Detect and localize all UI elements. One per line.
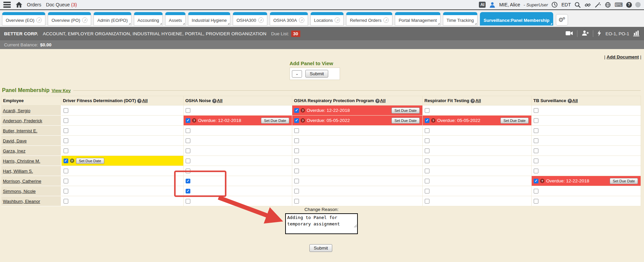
membership-checkbox[interactable]	[534, 148, 538, 153]
membership-checkbox[interactable]: ✓	[186, 118, 190, 123]
membership-checkbox[interactable]	[425, 108, 429, 113]
employee-link[interactable]: Anderson, Frederick	[3, 118, 42, 123]
membership-checkbox[interactable]	[425, 199, 429, 204]
employee-link[interactable]: Harris, Christine M.	[3, 159, 40, 164]
company-name[interactable]: BETTER CORP.	[4, 31, 38, 36]
membership-checkbox[interactable]	[64, 199, 68, 204]
hamburger-menu-icon[interactable]	[3, 2, 11, 8]
search-icon[interactable]	[574, 1, 581, 8]
membership-checkbox[interactable]	[425, 189, 429, 193]
membership-checkbox[interactable]	[425, 128, 429, 133]
add-panel-submit-button[interactable]: Submit	[305, 70, 328, 78]
help-icon[interactable]: ?	[431, 118, 435, 123]
video-camera-icon[interactable]	[566, 31, 573, 37]
membership-checkbox[interactable]	[64, 179, 68, 183]
status-dot[interactable]	[635, 2, 641, 7]
employee-link[interactable]: Morrison, Catherine	[3, 179, 41, 184]
membership-checkbox[interactable]	[534, 108, 538, 113]
help-icon[interactable]: ?	[192, 118, 196, 123]
help-icon[interactable]: ?	[568, 99, 572, 103]
membership-checkbox[interactable]	[294, 189, 299, 193]
menu-item-orders[interactable]: Orders	[27, 2, 41, 7]
membership-checkbox[interactable]	[64, 148, 68, 153]
membership-checkbox[interactable]	[425, 138, 429, 143]
membership-checkbox[interactable]	[64, 189, 68, 193]
tab-surveillance-panel-membership[interactable]: Surveillance:Panel Membership	[480, 12, 553, 26]
employee-link[interactable]: Acardi, Sergio	[3, 108, 31, 113]
membership-checkbox[interactable]	[294, 138, 299, 143]
membership-checkbox[interactable]	[294, 179, 299, 183]
membership-checkbox[interactable]	[186, 199, 190, 204]
membership-checkbox[interactable]	[186, 138, 190, 143]
tab-osha300[interactable]: OSHA300↗	[233, 12, 267, 26]
employee-link[interactable]: Simmons, Nicole	[3, 189, 36, 194]
membership-checkbox[interactable]	[186, 108, 190, 113]
membership-checkbox[interactable]: ✓	[294, 108, 299, 113]
tab-admin-eo-po[interactable]: Admin (EO/PO)	[93, 12, 131, 26]
keyboard-icon[interactable]: ⌨	[614, 2, 623, 8]
tab-assets[interactable]: Assets	[165, 12, 186, 26]
tab-osha-300a[interactable]: OSHA 300A↗	[270, 12, 308, 26]
membership-checkbox[interactable]	[64, 118, 68, 123]
set-due-date-button[interactable]: Set Due Date	[261, 118, 289, 124]
view-key-link[interactable]: View Key	[51, 88, 71, 93]
panel-select-dropdown[interactable]: ⌄	[292, 70, 302, 78]
help-icon[interactable]: ?	[470, 99, 475, 103]
membership-checkbox[interactable]	[186, 148, 190, 153]
membership-checkbox[interactable]: ✓	[294, 118, 299, 123]
select-all-link[interactable]: All	[142, 98, 148, 103]
employee-link[interactable]: Garza, Inez	[3, 148, 26, 154]
membership-checkbox[interactable]	[534, 118, 538, 123]
panel-submit-button[interactable]: Submit	[309, 244, 332, 252]
chart-icon[interactable]	[633, 30, 640, 37]
link-icon[interactable]	[584, 1, 591, 8]
tab-referred-orders[interactable]: Referred Orders↗	[346, 12, 392, 26]
membership-checkbox[interactable]	[64, 169, 68, 173]
select-all-link[interactable]: All	[572, 98, 578, 103]
tab-overview-eo[interactable]: Overview (EO)↗	[2, 12, 45, 26]
membership-checkbox[interactable]: ✓	[534, 179, 538, 183]
entity-shortcut[interactable]: EO-1, PO-1	[605, 31, 629, 36]
help-icon[interactable]: ?	[70, 159, 74, 163]
membership-checkbox[interactable]	[186, 169, 190, 173]
add-person-icon[interactable]	[581, 30, 589, 37]
tab-portal-management[interactable]: Portal Management	[395, 12, 440, 26]
home-icon[interactable]	[15, 1, 22, 8]
membership-checkbox[interactable]	[534, 169, 538, 173]
employee-link[interactable]: Washburn, Eleanor	[3, 199, 40, 204]
tab-time-tracking[interactable]: Time Tracking	[443, 12, 478, 26]
change-reason-textarea[interactable]: Adding to Panel for temporary assignment	[285, 213, 358, 234]
membership-checkbox[interactable]	[534, 128, 538, 133]
membership-checkbox[interactable]	[534, 159, 538, 163]
membership-checkbox[interactable]: ✓	[425, 118, 429, 123]
employee-link[interactable]: Hart, William S.	[3, 169, 33, 174]
help-icon[interactable]: ?	[212, 99, 217, 103]
membership-checkbox[interactable]	[294, 199, 299, 204]
add-document-link[interactable]: Add Document	[607, 54, 639, 59]
globe-phone-icon[interactable]	[604, 1, 611, 8]
membership-checkbox[interactable]	[425, 169, 429, 173]
membership-checkbox[interactable]	[294, 148, 299, 153]
help-icon[interactable]: ?	[375, 99, 380, 103]
membership-checkbox[interactable]	[64, 138, 68, 143]
tab-locations[interactable]: Locations↗	[310, 12, 344, 26]
tab-overview-po[interactable]: Overview (PO)↗	[48, 12, 91, 26]
ai-badge[interactable]: AI	[479, 2, 486, 8]
help-icon[interactable]: ?	[301, 108, 305, 113]
set-due-date-button[interactable]: Set Due Date	[500, 118, 529, 124]
set-due-date-button[interactable]: Set Due Date	[76, 158, 104, 164]
membership-checkbox[interactable]	[294, 128, 299, 133]
membership-checkbox[interactable]	[294, 169, 299, 173]
employee-link[interactable]: David, Dave	[3, 138, 27, 143]
membership-checkbox[interactable]	[294, 159, 299, 163]
membership-checkbox[interactable]	[186, 128, 190, 133]
membership-checkbox[interactable]	[425, 148, 429, 153]
membership-checkbox[interactable]	[425, 159, 429, 163]
select-all-link[interactable]: All	[475, 98, 481, 103]
membership-checkbox[interactable]	[425, 179, 429, 183]
membership-checkbox[interactable]	[534, 189, 538, 193]
help-icon[interactable]: ?	[540, 179, 544, 183]
help-icon[interactable]: ?	[626, 2, 632, 8]
due-list-count-badge[interactable]: 30	[291, 31, 300, 37]
membership-checkbox[interactable]	[186, 159, 190, 163]
